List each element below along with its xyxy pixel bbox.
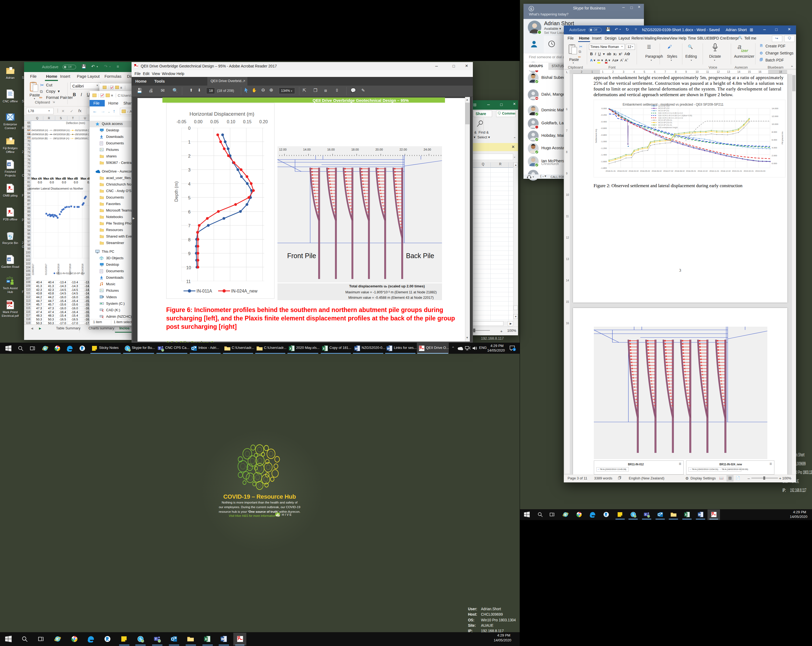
svg-text:W: W	[8, 258, 11, 261]
svg-text:2018-08-02: 2018-08-02	[675, 170, 685, 172]
svg-text:≡: ≡	[111, 93, 113, 98]
svg-text:PDF: PDF	[238, 637, 241, 638]
svg-text:-1.600: -1.600	[601, 160, 607, 163]
svg-text:S3D OCR=1.55 G=1.15 Cv=2.6: S3D OCR=1.55 G=1.15 Cv=2.6	[658, 117, 683, 119]
svg-text:-0.800: -0.800	[601, 134, 607, 136]
svg-text:2018-04-02: 2018-04-02	[629, 170, 639, 172]
svg-text:0.000: 0.000	[601, 107, 607, 110]
svg-text:2019-03-03: 2019-03-03	[756, 170, 765, 172]
svg-text:14.00: 14.00	[303, 148, 311, 151]
svg-text:MC10-SP-209-GL: MC10-SP-209-GL	[658, 119, 672, 121]
svg-text:22/09/2017: 22/09/2017	[32, 263, 34, 275]
svg-text:3: 3	[514, 348, 515, 351]
svg-text:2018-11-01: 2018-11-01	[710, 170, 719, 172]
svg-text:X: X	[205, 637, 207, 641]
svg-text:14.000: 14.000	[772, 107, 778, 110]
svg-text:Settlement /m): Settlement /m)	[595, 129, 597, 143]
svg-text:MC10-SP-210-GL: MC10-SP-210-GL	[658, 122, 672, 124]
svg-text:2018-10-02: 2018-10-02	[698, 170, 708, 172]
svg-text:6.000: 6.000	[772, 139, 777, 141]
svg-text:BR11-IN-011/MC10-SP-204: BR11-IN-011/MC10-SP-204	[56, 272, 85, 275]
svg-text:X: X	[323, 347, 325, 350]
svg-text:2018-12-02: 2018-12-02	[721, 170, 731, 172]
svg-text:-1.800: -1.800	[601, 167, 607, 169]
svg-text:S3D OCR=1.5 Cc=0.85 Cv=3.0: S3D OCR=1.5 Cc=0.85 Cv=3.0	[658, 112, 683, 114]
svg-text:PDF: PDF	[420, 346, 423, 348]
svg-text:16.00: 16.00	[327, 148, 335, 151]
svg-text:-0.600: -0.600	[601, 127, 607, 130]
svg-text:HIVE: HIVE	[282, 513, 293, 516]
svg-text:-0.400: -0.400	[601, 121, 607, 123]
svg-text:Fill placed /m: Fill placed /m	[781, 132, 784, 144]
svg-text:-0.200: -0.200	[601, 114, 607, 116]
svg-text:W: W	[8, 163, 11, 166]
svg-text:4.000: 4.000	[772, 147, 777, 149]
svg-text:›: ›	[127, 110, 128, 113]
svg-text:2019-01-01: 2019-01-01	[732, 170, 742, 172]
svg-text:X: X	[290, 347, 292, 350]
svg-text:T: T	[645, 513, 646, 516]
svg-text:e: e	[44, 346, 46, 351]
svg-text:W: W	[387, 347, 390, 350]
svg-text:-1.400: -1.400	[601, 153, 607, 156]
svg-text:MC10-SP-209: MC10-SP-209	[658, 105, 670, 107]
svg-text:W: W	[698, 513, 701, 516]
svg-text:Embankment settlement - monito: Embankment settlement - monitored vs pre…	[623, 103, 723, 106]
svg-text:2018-03-02: 2018-03-02	[617, 170, 627, 172]
svg-text:2018-07-02: 2018-07-02	[663, 170, 673, 172]
svg-text:MC10-SP-211: MC10-SP-211	[658, 110, 669, 112]
svg-text:18.00: 18.00	[351, 148, 359, 151]
svg-text:MC10-SP-210: MC10-SP-210	[658, 107, 670, 109]
svg-text:T: T	[155, 637, 157, 641]
svg-text:2018-06-02: 2018-06-02	[652, 170, 662, 172]
svg-text:22.00: 22.00	[400, 148, 407, 151]
svg-text:20.00: 20.00	[375, 148, 383, 151]
svg-text:S3D embankment height: S3D embankment height	[658, 127, 678, 129]
svg-text:31/12/2017: 31/12/2017	[45, 263, 47, 275]
svg-text:S3D OCR=1.45 G=0.85 Cv=1.5(8ba: S3D OCR=1.45 G=0.85 Cv=1.5(8bar=0.55)	[658, 115, 692, 117]
svg-text:8.000: 8.000	[772, 131, 777, 133]
svg-text:-1.200: -1.200	[601, 147, 607, 150]
svg-text:10.000: 10.000	[772, 123, 778, 126]
svg-text:PDF: PDF	[711, 513, 715, 514]
svg-text:e: e	[564, 513, 566, 516]
svg-text:e: e	[56, 637, 58, 641]
svg-text:PDF: PDF	[7, 302, 11, 304]
svg-text:MC10-SP-211-GL: MC10-SP-211-GL	[658, 124, 672, 126]
svg-text:2018-01-31: 2018-01-31	[606, 170, 616, 172]
svg-text:2.000: 2.000	[772, 155, 777, 157]
svg-text:W: W	[221, 637, 224, 641]
svg-text:W: W	[355, 347, 358, 350]
svg-text:X: X	[685, 513, 687, 516]
svg-text:≡: ≡	[120, 86, 122, 90]
svg-text:12.00: 12.00	[279, 148, 287, 151]
svg-text:S: S	[530, 7, 533, 11]
svg-text:C:\Users\: C:\Users\	[118, 94, 131, 98]
svg-text:-1.000: -1.000	[601, 140, 607, 143]
svg-text:12.000: 12.000	[772, 115, 778, 118]
svg-text:2018-09-01: 2018-09-01	[686, 170, 696, 172]
svg-text:24.00: 24.00	[424, 148, 431, 151]
svg-text:2019-02-01: 2019-02-01	[744, 170, 754, 172]
svg-text:0.000: 0.000	[772, 162, 777, 165]
svg-text:T: T	[159, 347, 160, 350]
svg-text:2018-05-02: 2018-05-02	[640, 170, 650, 172]
